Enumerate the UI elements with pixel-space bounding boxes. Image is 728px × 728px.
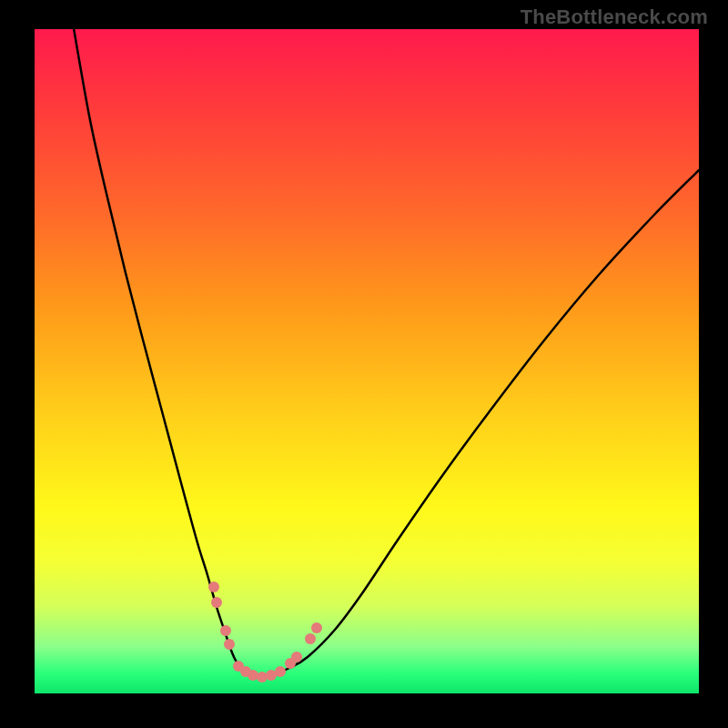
- dots-left-low-dot: [220, 625, 231, 636]
- curve-markers: [208, 581, 322, 682]
- dots-left-high-dot: [208, 581, 219, 592]
- bottleneck-curve: [69, 29, 699, 676]
- dots-bottom-dot: [275, 666, 286, 677]
- site-watermark: TheBottleneck.com: [521, 5, 708, 29]
- dots-bottom-dot: [248, 670, 258, 681]
- dots-bottom-dot: [257, 672, 268, 682]
- chart-frame: TheBottleneck.com: [0, 0, 728, 728]
- dots-left-low-dot: [224, 639, 235, 650]
- plot-svg: [35, 29, 699, 693]
- plot-area: [35, 29, 699, 693]
- dots-right-high-dot: [305, 633, 316, 644]
- dots-left-high-dot: [211, 597, 222, 608]
- dots-right-high-dot: [311, 622, 322, 633]
- dots-right-low-dot: [291, 652, 302, 662]
